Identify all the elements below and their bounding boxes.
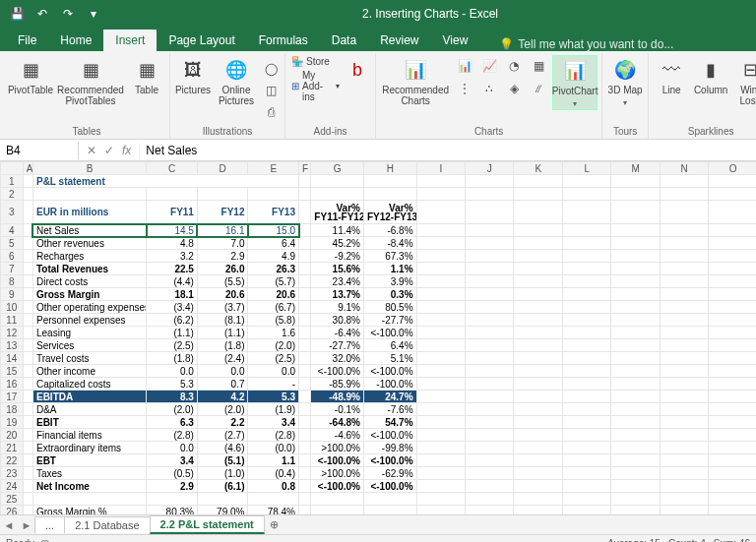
- col-header[interactable]: C: [147, 162, 198, 175]
- sheet-tab-database[interactable]: 2.1 Database: [64, 516, 150, 533]
- row-header[interactable]: 8: [1, 275, 24, 288]
- row-header[interactable]: 12: [1, 327, 24, 339]
- bing-maps-button[interactable]: b: [344, 55, 371, 83]
- row-header[interactable]: 7: [1, 263, 24, 275]
- macro-record-icon[interactable]: ▢: [40, 538, 49, 542]
- row-header[interactable]: 26: [1, 506, 24, 515]
- group-illustrations: Illustrations: [203, 125, 253, 139]
- col-header[interactable]: K: [514, 162, 562, 175]
- row-header[interactable]: 17: [1, 391, 24, 403]
- tab-home[interactable]: Home: [48, 30, 103, 51]
- table-button[interactable]: ▦Table: [128, 55, 165, 95]
- col-header[interactable]: G: [311, 162, 364, 175]
- qat-customize-icon[interactable]: ▾: [83, 3, 104, 25]
- sheet-nav-prev[interactable]: ◄: [0, 519, 18, 531]
- combo-chart-icon[interactable]: ⫽: [527, 78, 550, 99]
- col-header[interactable]: L: [562, 162, 610, 175]
- pie-chart-icon[interactable]: ◔: [502, 55, 526, 77]
- tab-view[interactable]: View: [431, 30, 480, 51]
- worksheet-grid[interactable]: ABCDEFGHIJKLMNO1P&L statement23EUR in mi…: [0, 161, 756, 514]
- row-header[interactable]: 3: [1, 201, 24, 224]
- row-header[interactable]: 20: [1, 429, 24, 442]
- tab-data[interactable]: Data: [320, 30, 368, 51]
- sparkline-column-button[interactable]: ▮Column: [692, 55, 729, 95]
- pivottable-button[interactable]: ▦PivotTable: [8, 55, 53, 95]
- col-header[interactable]: M: [611, 162, 660, 175]
- row-header[interactable]: 22: [1, 454, 24, 467]
- row-header[interactable]: 24: [1, 480, 24, 493]
- line-chart-icon[interactable]: 📈: [477, 55, 501, 77]
- col-header[interactable]: O: [709, 162, 756, 175]
- pivotchart-button[interactable]: 📊PivotChart: [552, 55, 598, 110]
- row-header[interactable]: 9: [1, 288, 24, 301]
- col-header[interactable]: E: [248, 162, 299, 175]
- tab-review[interactable]: Review: [368, 30, 430, 51]
- new-sheet-button[interactable]: ⊕: [265, 518, 284, 531]
- screenshot-icon[interactable]: ⎙: [261, 102, 281, 122]
- recommended-pivottables-button[interactable]: ▦Recommended PivotTables: [55, 55, 126, 106]
- row-header[interactable]: 2: [1, 188, 24, 201]
- col-header[interactable]: N: [660, 162, 708, 175]
- sheet-nav-next[interactable]: ►: [18, 519, 35, 531]
- row-header[interactable]: 16: [1, 378, 24, 391]
- col-header[interactable]: B: [32, 162, 146, 175]
- row-header[interactable]: 19: [1, 416, 24, 429]
- row-header[interactable]: 10: [1, 301, 24, 314]
- fx-icon[interactable]: fx: [122, 144, 131, 157]
- sparkline-winloss-button[interactable]: ⊟Win/ Loss: [731, 55, 756, 106]
- row-header[interactable]: 25: [1, 493, 24, 506]
- column-chart-icon[interactable]: 📊: [453, 55, 476, 77]
- col-header[interactable]: I: [416, 162, 465, 175]
- tab-insert[interactable]: Insert: [103, 30, 157, 51]
- col-header[interactable]: A: [23, 162, 32, 175]
- tab-file[interactable]: File: [6, 30, 48, 51]
- col-header[interactable]: J: [466, 162, 514, 175]
- row-header[interactable]: 13: [1, 339, 24, 352]
- row-header[interactable]: 15: [1, 365, 24, 378]
- group-sparklines: Sparklines: [688, 125, 734, 139]
- row-header[interactable]: 1: [1, 175, 24, 188]
- lightbulb-icon: 💡: [499, 37, 514, 51]
- my-addins-button[interactable]: ⊞My Add-ins ▾: [289, 69, 342, 103]
- store-button[interactable]: 🏪Store: [289, 55, 342, 68]
- row-header[interactable]: 23: [1, 467, 24, 480]
- formula-bar[interactable]: Net Sales: [140, 142, 756, 159]
- online-pictures-button[interactable]: 🌐Online Pictures: [214, 55, 259, 106]
- row-header[interactable]: 6: [1, 250, 24, 263]
- row-header[interactable]: 4: [1, 224, 24, 237]
- smartart-icon[interactable]: ◫: [261, 81, 281, 100]
- stat-chart-icon[interactable]: ⋮: [453, 78, 476, 99]
- col-header[interactable]: F: [299, 162, 311, 175]
- status-average: Average: 15: [607, 538, 661, 542]
- shapes-icon[interactable]: ◯: [261, 59, 281, 79]
- surface-chart-icon[interactable]: ◈: [502, 78, 526, 99]
- row-header[interactable]: 11: [1, 314, 24, 327]
- cancel-icon[interactable]: ✕: [87, 144, 96, 157]
- undo-icon[interactable]: ↶: [32, 3, 53, 25]
- pictures-button[interactable]: 🖼Pictures: [174, 55, 212, 95]
- row-header[interactable]: 21: [1, 442, 24, 454]
- tab-formulas[interactable]: Formulas: [247, 30, 320, 51]
- sheet-tab-hidden[interactable]: ...: [34, 516, 65, 533]
- redo-icon[interactable]: ↷: [57, 3, 79, 25]
- 3d-map-button[interactable]: 🌍3D Map: [606, 55, 644, 108]
- sparkline-line-button[interactable]: 〰Line: [653, 55, 690, 95]
- row-header[interactable]: 5: [1, 237, 24, 250]
- chart-gallery: 📊 📈 ◔ ▦ ⋮ ∴ ◈ ⫽: [453, 55, 550, 99]
- row-header[interactable]: 14: [1, 352, 24, 365]
- status-sum: Sum: 46: [714, 538, 750, 542]
- recommended-charts-button[interactable]: 📊Recommended Charts: [380, 55, 451, 106]
- pictures-icon: 🖼: [180, 57, 206, 83]
- status-ready: Ready: [6, 538, 34, 542]
- scatter-chart-icon[interactable]: ∴: [477, 78, 501, 99]
- treemap-icon[interactable]: ▦: [527, 55, 550, 77]
- save-icon[interactable]: 💾: [6, 3, 28, 25]
- tell-me-search[interactable]: 💡 Tell me what you want to do...: [499, 37, 673, 51]
- name-box[interactable]: B4: [0, 142, 79, 159]
- col-header[interactable]: D: [197, 162, 248, 175]
- tab-page-layout[interactable]: Page Layout: [157, 30, 246, 51]
- enter-icon[interactable]: ✓: [104, 144, 114, 157]
- col-header[interactable]: H: [363, 162, 416, 175]
- sheet-tab-pl-statement[interactable]: 2.2 P&L statement: [150, 515, 265, 534]
- row-header[interactable]: 18: [1, 403, 24, 416]
